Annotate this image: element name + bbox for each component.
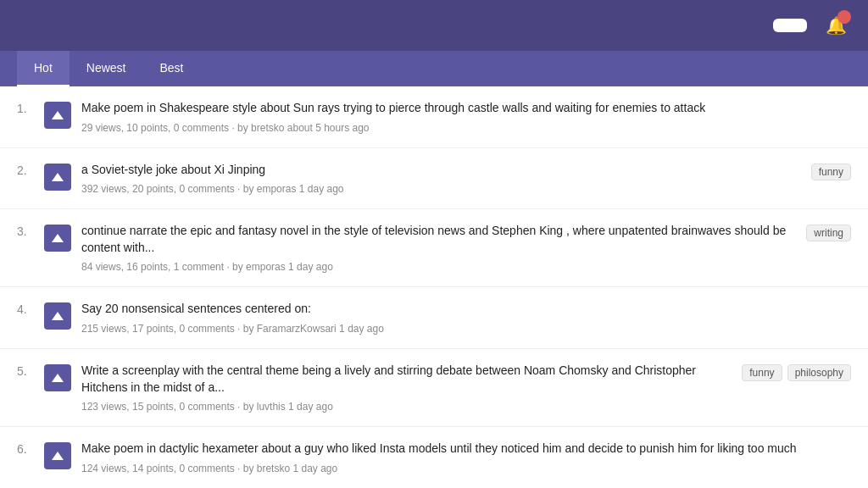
post-meta: 392 views, 20 points, 0 comments · by em… <box>81 183 804 195</box>
post-title[interactable]: a Soviet-style joke about Xi Jinping <box>81 162 804 179</box>
post-body: Say 20 nonsensical sentences centered on… <box>81 301 851 335</box>
upvote-arrow-icon <box>52 234 64 242</box>
notification-bell[interactable]: 🔔 <box>821 10 851 41</box>
list-item: 3. continue narrate the epic and fantasy… <box>0 209 868 287</box>
post-body: Make poem in dactylic hexameter about a … <box>81 441 851 474</box>
upvote-button[interactable] <box>44 164 71 191</box>
login-button[interactable] <box>732 19 760 32</box>
list-item: 4. Say 20 nonsensical sentences centered… <box>0 287 868 349</box>
post-body: Make poem in Shakespeare style about Sun… <box>81 100 851 134</box>
post-number: 1. <box>17 100 34 115</box>
list-item: 2. a Soviet-style joke about Xi Jinping … <box>0 148 868 210</box>
post-title[interactable]: continue narrate the epic and fantasy no… <box>81 223 799 256</box>
post-title[interactable]: Write a screenplay with the central them… <box>81 363 735 396</box>
post-content: Write a screenplay with the central them… <box>81 363 851 413</box>
post-tags: funny <box>811 162 851 180</box>
upvote-arrow-icon <box>52 452 64 460</box>
post-number: 4. <box>17 301 34 316</box>
list-item: 5. Write a screenplay with the central t… <box>0 349 868 427</box>
post-number: 5. <box>17 363 34 378</box>
notification-badge <box>837 10 851 24</box>
post-content: continue narrate the epic and fantasy no… <box>81 223 851 273</box>
upvote-button[interactable] <box>44 225 71 252</box>
post-content: Say 20 nonsensical sentences centered on… <box>81 301 851 335</box>
post-title[interactable]: Say 20 nonsensical sentences centered on… <box>81 301 851 318</box>
upvote-button[interactable] <box>44 302 71 330</box>
tag-funny[interactable]: funny <box>811 164 851 180</box>
post-meta: 124 views, 14 points, 0 comments · by br… <box>81 463 851 474</box>
post-meta: 84 views, 16 points, 1 comment · by empo… <box>81 261 799 273</box>
post-meta: 29 views, 10 points, 0 comments · by bre… <box>81 122 851 134</box>
list-item: 6. Make poem in dactylic hexameter about… <box>0 427 868 488</box>
upvote-arrow-icon <box>52 312 64 320</box>
nav-tabs: Hot Newest Best <box>0 51 868 86</box>
post-content: a Soviet-style joke about Xi Jinping 392… <box>81 162 851 196</box>
upvote-button[interactable] <box>44 442 71 469</box>
upvote-arrow-icon <box>52 111 64 119</box>
tag-writing[interactable]: writing <box>806 225 851 241</box>
post-tags: writing <box>806 223 851 241</box>
post-meta: 215 views, 17 points, 0 comments · by Fa… <box>81 323 851 335</box>
posts-list: 1. Make poem in Shakespeare style about … <box>0 86 868 488</box>
post-body: Write a screenplay with the central them… <box>81 363 735 413</box>
list-item: 1. Make poem in Shakespeare style about … <box>0 86 868 148</box>
upvote-arrow-icon <box>52 173 64 181</box>
post-number: 2. <box>17 162 34 177</box>
post-number: 6. <box>17 441 34 456</box>
signup-button[interactable] <box>773 19 807 32</box>
header: 🔔 <box>0 0 868 51</box>
upvote-arrow-icon <box>52 374 64 382</box>
tag-funny[interactable]: funny <box>742 364 782 381</box>
post-title[interactable]: Make poem in dactylic hexameter about a … <box>81 441 851 458</box>
post-title[interactable]: Make poem in Shakespeare style about Sun… <box>81 100 851 117</box>
post-meta: 123 views, 15 points, 0 comments · by lu… <box>81 401 735 413</box>
post-content: Make poem in Shakespeare style about Sun… <box>81 100 851 134</box>
post-number: 3. <box>17 223 34 238</box>
post-content: Make poem in dactylic hexameter about a … <box>81 441 851 474</box>
post-body: a Soviet-style joke about Xi Jinping 392… <box>81 162 804 196</box>
post-body: continue narrate the epic and fantasy no… <box>81 223 799 273</box>
tab-best[interactable]: Best <box>142 51 200 86</box>
upvote-button[interactable] <box>44 102 71 129</box>
tab-hot[interactable]: Hot <box>17 51 70 86</box>
tab-newest[interactable]: Newest <box>70 51 143 86</box>
tag-philosophy[interactable]: philosophy <box>787 364 851 381</box>
upvote-button[interactable] <box>44 364 71 391</box>
post-tags: funnyphilosophy <box>742 363 851 381</box>
